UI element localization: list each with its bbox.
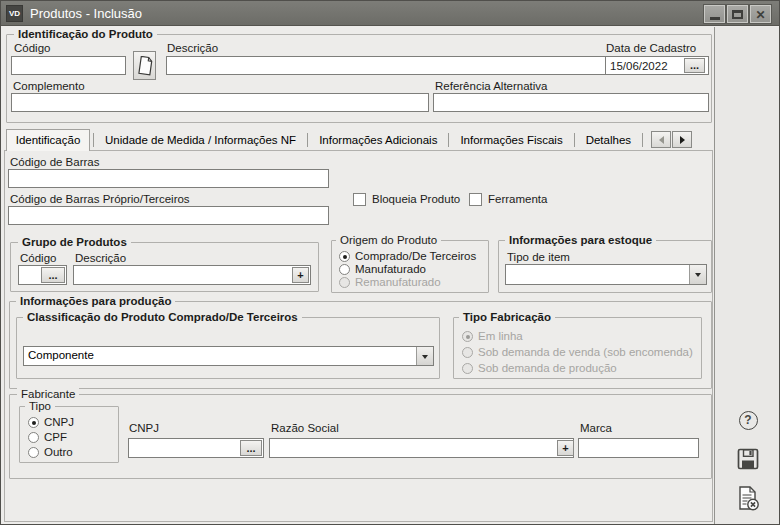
group-fabricante-tipo-title: Tipo [25, 400, 55, 412]
bloqueia-produto-label: Bloqueia Produto [372, 193, 460, 205]
group-informacoes-producao-title: Informações para produção [16, 295, 175, 307]
codigo-barras-label: Código de Barras [10, 156, 100, 168]
codigo-barras-proprio-label: Código de Barras Próprio/Terceiros [10, 193, 190, 205]
classificacao-dropdown[interactable]: Componente [23, 346, 434, 366]
radio-remanufaturado-label: Remanufaturado [355, 276, 441, 288]
referencia-alternativa-input[interactable] [433, 93, 709, 112]
grupo-descricao-add-button[interactable]: + [292, 267, 309, 283]
chevron-down-icon [695, 273, 701, 280]
help-button[interactable]: ? [735, 407, 761, 433]
razao-social-input[interactable] [269, 438, 574, 458]
chevron-down-icon [422, 355, 428, 362]
app-icon[interactable]: VD [6, 5, 23, 22]
copy-code-button[interactable] [133, 51, 156, 80]
codigo-barras-proprio-input[interactable] [8, 206, 329, 225]
radio-outro[interactable] [28, 447, 39, 458]
tipo-item-label: Tipo de item [507, 251, 570, 263]
descricao-input[interactable] [166, 56, 626, 75]
minimize-button[interactable] [704, 5, 725, 23]
radio-manufaturado[interactable] [339, 264, 350, 275]
ferramenta-label: Ferramenta [488, 193, 547, 205]
grupo-descricao-input[interactable] [73, 265, 311, 285]
radio-cpf[interactable] [28, 432, 39, 443]
help-icon: ? [739, 411, 758, 430]
radio-cpf-label: CPF [44, 431, 67, 443]
grupo-descricao-label: Descrição [75, 252, 126, 264]
group-identificacao-produto-title: Identificação do Produto [14, 28, 157, 40]
product-inclusion-dialog: VD Produtos - Inclusão Identificação do … [0, 0, 780, 525]
cnpj-browse-button[interactable]: ... [240, 440, 262, 456]
complemento-label: Complemento [13, 80, 85, 92]
radio-em-linha-label: Em linha [478, 330, 523, 342]
tab-identificacao[interactable]: Identificação [6, 129, 90, 151]
radio-sob-demanda-producao [462, 363, 473, 374]
group-fabricante-title: Fabricante [17, 388, 79, 400]
titlebar[interactable]: VD Produtos - Inclusão [1, 1, 779, 26]
window-title: Produtos - Inclusão [30, 1, 142, 26]
group-tipo-fabricacao-title: Tipo Fabricação [459, 311, 555, 323]
data-cadastro-label: Data de Cadastro [606, 42, 696, 54]
codigo-input[interactable] [11, 56, 126, 75]
cnpj-label: CNPJ [129, 422, 159, 434]
referencia-alternativa-label: Referência Alternativa [435, 80, 548, 92]
minimize-icon [710, 17, 720, 20]
descricao-label: Descrição [167, 42, 218, 54]
group-origem-produto-title: Origem do Produto [336, 234, 441, 246]
cancel-document-icon [736, 485, 761, 512]
marca-input[interactable] [578, 438, 699, 458]
grupo-codigo-browse-button[interactable]: ... [41, 267, 65, 283]
ferramenta-checkbox[interactable] [469, 193, 482, 206]
radio-em-linha [462, 331, 473, 342]
tab-strip: Unidade de Medida / Informações NF Infor… [93, 129, 649, 150]
tab-unidade-medida[interactable]: Unidade de Medida / Informações NF [94, 134, 307, 146]
codigo-barras-input[interactable] [8, 169, 329, 188]
tab-detalhes[interactable]: Detalhes [575, 134, 642, 146]
radio-manufaturado-label: Manufaturado [355, 263, 426, 275]
tab-scroll-left-icon [659, 136, 664, 144]
save-icon [737, 448, 759, 470]
classificacao-dropdown-button[interactable] [416, 347, 433, 365]
radio-comprado-terceiros[interactable] [339, 251, 350, 262]
tab-informacoes-adicionais[interactable]: Informações Adicionais [308, 134, 448, 146]
bloqueia-produto-checkbox[interactable] [353, 193, 366, 206]
maximize-button[interactable] [727, 5, 748, 23]
tab-scroll-right-icon [680, 136, 685, 144]
grupo-codigo-label: Código [20, 252, 56, 264]
data-cadastro-browse-button[interactable]: ... [684, 58, 705, 73]
razao-social-add-button[interactable]: + [557, 440, 574, 456]
cancel-button[interactable] [735, 485, 761, 511]
radio-cnpj-label: CNPJ [44, 416, 74, 428]
radio-sob-demanda-venda-label: Sob demanda de venda (sob encomenda) [478, 346, 693, 358]
complemento-input[interactable] [11, 93, 429, 112]
group-grupo-produtos-title: Grupo de Produtos [18, 236, 131, 248]
codigo-label: Código [14, 42, 50, 54]
document-icon [137, 56, 153, 76]
radio-sob-demanda-producao-label: Sob demanda de produção [478, 362, 617, 374]
radio-outro-label: Outro [44, 446, 73, 458]
marca-label: Marca [580, 422, 612, 434]
radio-remanufaturado [339, 277, 350, 288]
group-informacoes-estoque-title: Informações para estoque [505, 234, 656, 246]
radio-sob-demanda-venda [462, 347, 473, 358]
radio-cnpj[interactable] [28, 417, 39, 428]
maximize-icon [732, 10, 743, 19]
close-icon [755, 5, 765, 23]
tab-informacoes-fiscais[interactable]: Informações Fiscais [449, 134, 573, 146]
side-button-strip: ? [714, 27, 780, 525]
classificacao-value: Componente [28, 349, 94, 361]
tab-propriedades[interactable]: Propriedades [643, 134, 649, 146]
save-button[interactable] [735, 446, 761, 472]
tipo-item-dropdown[interactable] [505, 264, 707, 285]
close-button[interactable] [750, 5, 771, 23]
group-classificacao-title: Classificação do Produto Comprado/De Ter… [23, 311, 302, 323]
radio-comprado-terceiros-label: Comprado/De Terceiros [355, 250, 476, 262]
tab-scroll-left-button[interactable] [651, 131, 671, 148]
razao-social-label: Razão Social [271, 422, 339, 434]
tab-scroll-right-button[interactable] [672, 131, 692, 148]
tipo-item-dropdown-button[interactable] [689, 265, 706, 284]
